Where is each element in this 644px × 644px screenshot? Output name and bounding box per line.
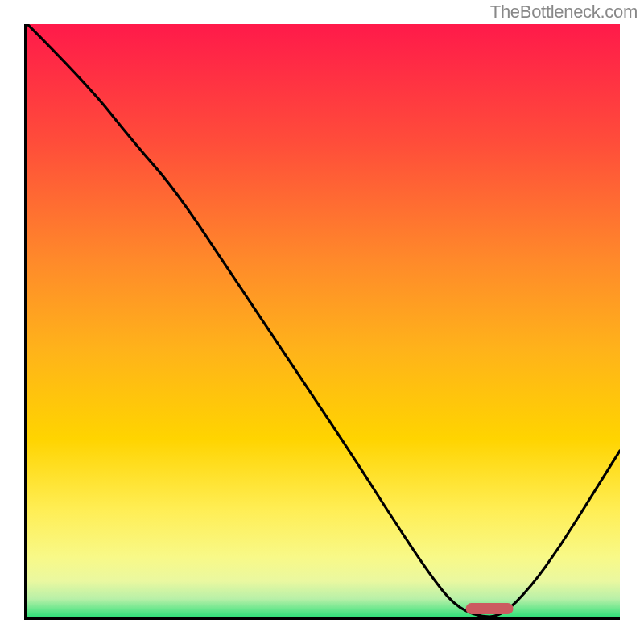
bottleneck-curve [27,24,620,617]
watermark-text: TheBottleneck.com [490,2,638,23]
bottleneck-chart: TheBottleneck.com [0,0,644,644]
optimal-range-marker [466,603,514,614]
plot-area [24,24,620,620]
